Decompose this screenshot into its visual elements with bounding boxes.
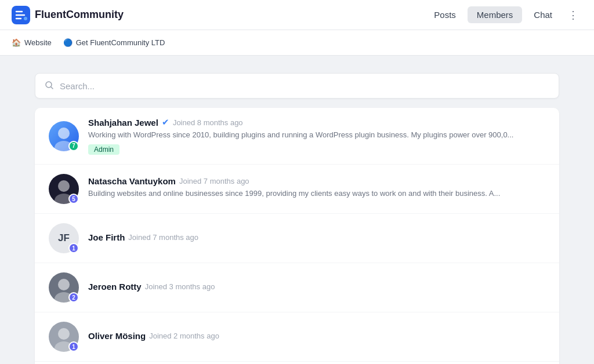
member-bio: Building websites and online businesses … bbox=[88, 188, 545, 199]
avatar-wrap: 7 bbox=[49, 121, 79, 151]
search-container bbox=[35, 73, 559, 99]
logo-area: FluentCommunity bbox=[12, 6, 425, 24]
nav-posts[interactable]: Posts bbox=[425, 6, 465, 23]
website-icon: 🏠 bbox=[12, 38, 21, 47]
svg-point-7 bbox=[58, 279, 70, 290]
table-row[interactable]: 2 Jeroen Rotty Joined 3 months ago bbox=[35, 263, 559, 312]
role-badge: Admin bbox=[88, 144, 119, 155]
member-name: Jeroen Rotty bbox=[88, 282, 142, 292]
logo-icon bbox=[12, 6, 30, 24]
svg-point-1 bbox=[24, 17, 27, 20]
join-time: Joined 3 months ago bbox=[145, 282, 215, 291]
svg-point-9 bbox=[58, 328, 70, 340]
join-time: Joined 8 months ago bbox=[173, 118, 243, 127]
search-icon bbox=[45, 81, 54, 92]
join-time: Joined 7 months ago bbox=[128, 233, 198, 242]
member-info: Jeroen Rotty Joined 3 months ago bbox=[88, 282, 545, 294]
table-row[interactable]: JF 1 Joe Firth Joined 7 months ago bbox=[35, 214, 559, 263]
table-row[interactable]: 5 Natascha Vantuykom Joined 7 months ago… bbox=[35, 165, 559, 214]
avatar-wrap: JF 1 bbox=[49, 223, 79, 253]
member-badge: 7 bbox=[68, 141, 79, 151]
verified-icon: ✔ bbox=[162, 117, 169, 128]
member-name: Joe Firth bbox=[88, 232, 125, 242]
main-content: 7 Shahjahan Jewel ✔ Joined 8 months ago … bbox=[0, 56, 594, 364]
table-row[interactable]: 1 Oliver Mösing Joined 2 months ago bbox=[35, 312, 559, 362]
member-name: Natascha Vantuykom bbox=[88, 176, 176, 186]
avatar-wrap: 5 bbox=[49, 174, 79, 204]
nav-members[interactable]: Members bbox=[468, 6, 523, 23]
ltd-link[interactable]: 🔵 Get FluentCommunity LTD bbox=[63, 38, 165, 47]
members-list: 7 Shahjahan Jewel ✔ Joined 8 months ago … bbox=[35, 108, 559, 364]
svg-point-3 bbox=[58, 128, 70, 139]
website-link[interactable]: 🏠 Website bbox=[12, 38, 52, 47]
nav-chat[interactable]: Chat bbox=[524, 6, 562, 23]
join-time: Joined 2 months ago bbox=[149, 332, 219, 340]
ltd-label: Get FluentCommunity LTD bbox=[76, 38, 165, 47]
member-info: Natascha Vantuykom Joined 7 months ago B… bbox=[88, 176, 545, 202]
member-name: Oliver Mösing bbox=[88, 331, 146, 341]
member-info: Joe Firth Joined 7 months ago bbox=[88, 232, 545, 245]
ltd-icon: 🔵 bbox=[63, 38, 73, 47]
logo-text: FluentCommunity bbox=[35, 9, 124, 21]
member-info: Shahjahan Jewel ✔ Joined 8 months ago Wo… bbox=[88, 117, 545, 155]
table-row[interactable]: 7 Shahjahan Jewel ✔ Joined 8 months ago … bbox=[35, 108, 559, 165]
member-info: Oliver Mösing Joined 2 months ago bbox=[88, 331, 545, 343]
member-badge: 1 bbox=[68, 243, 79, 253]
more-menu-button[interactable]: ⋮ bbox=[564, 6, 582, 24]
avatar-wrap: 1 bbox=[49, 322, 79, 352]
table-row[interactable]: MA 1 Mark Anderson Joined a month ago bbox=[35, 362, 559, 364]
sub-header: 🏠 Website 🔵 Get FluentCommunity LTD bbox=[0, 30, 594, 56]
join-time: Joined 7 months ago bbox=[179, 177, 249, 185]
svg-point-5 bbox=[58, 180, 70, 192]
main-header: FluentCommunity Posts Members Chat ⋮ bbox=[0, 0, 594, 30]
avatar-wrap: 2 bbox=[49, 272, 79, 303]
main-nav: Posts Members Chat ⋮ bbox=[425, 6, 582, 24]
search-input[interactable] bbox=[60, 81, 549, 91]
member-bio: Working with WordPress since 2010, build… bbox=[88, 130, 545, 140]
website-label: Website bbox=[24, 38, 52, 47]
member-name: Shahjahan Jewel bbox=[88, 118, 158, 128]
